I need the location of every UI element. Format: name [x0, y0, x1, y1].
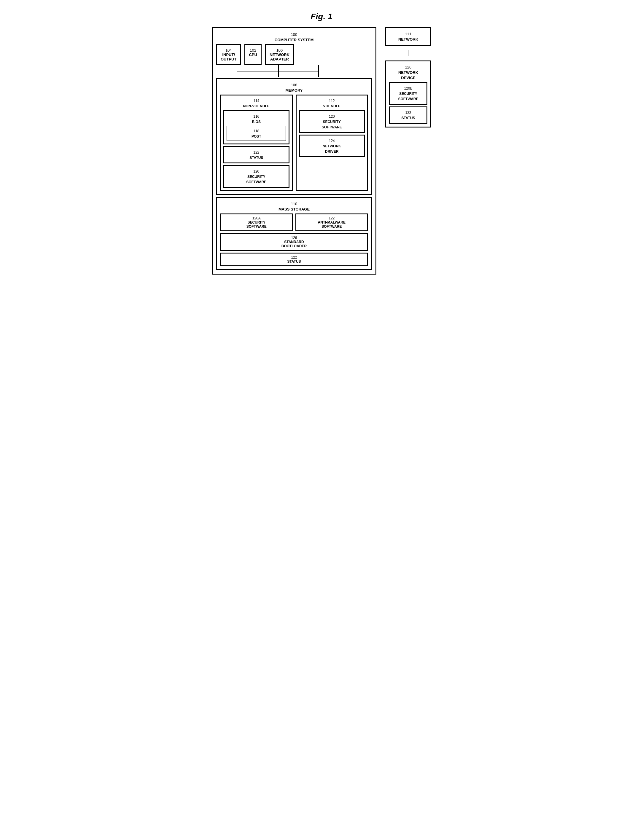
post-number: 118 [253, 129, 259, 133]
computer-system-name: COMPUTER SYSTEM [275, 38, 313, 42]
network-device-box: 126 NETWORKDEVICE 120B SECURITYSOFTWARE … [385, 60, 431, 127]
connector-lines-svg [216, 65, 372, 77]
bootloader-box: 126 STANDARDBOOTLOADER [220, 233, 368, 251]
memory-label: 108 MEMORY [220, 82, 368, 93]
network-driver-box: 124 NETWORKDRIVER [299, 135, 365, 157]
non-volatile-box: 114 NON-VOLATILE 116 BIOS 118 POST [220, 95, 293, 191]
bios-box: 116 BIOS 118 POST [224, 110, 289, 144]
mass-storage-box: 110 MASS STORAGE 120A SECURITYSOFTWARE 1… [216, 197, 372, 270]
non-volatile-name: NON-VOLATILE [243, 104, 269, 108]
v-security-number: 120 [329, 114, 335, 119]
nv-status-label: STATUS [250, 156, 263, 160]
mass-storage-row-2: 126 STANDARDBOOTLOADER [220, 233, 368, 251]
nd-status-number: 122 [405, 111, 411, 115]
mass-storage-label: 110 MASS STORAGE [220, 201, 368, 212]
v-security-label: SECURITYSOFTWARE [322, 120, 342, 129]
network-device-name: NETWORKDEVICE [398, 70, 418, 80]
network-driver-label: NETWORKDRIVER [323, 144, 341, 153]
computer-system-label: 100 COMPUTER SYSTEM [216, 32, 372, 42]
anti-malware-box: 122 ANTI-MALWARESOFTWARE [295, 214, 368, 231]
nv-security-label: SECURITYSOFTWARE [246, 175, 266, 184]
network-number: 111 [405, 32, 412, 36]
figure-title: Fig. 1 [212, 12, 431, 21]
cpu-box: 102 CPU [245, 44, 261, 65]
nd-security-number: 120B [404, 86, 412, 90]
top-components-row: 104 INPUT/OUTPUT 102 CPU 106 NETWORKADAP… [216, 44, 372, 65]
ms-security-number: 120A [252, 216, 261, 220]
nd-status-box: 122 STATUS [389, 106, 428, 124]
volatile-label: 112 VOLATILE [299, 98, 365, 109]
nd-status-label: STATUS [401, 116, 415, 120]
post-box: 118 POST [227, 126, 286, 141]
right-connector-svg [385, 50, 431, 56]
nv-status-box: 122 STATUS [224, 146, 289, 163]
non-volatile-label: 114 NON-VOLATILE [224, 98, 289, 109]
input-output-box: 104 INPUT/OUTPUT [216, 44, 241, 65]
network-adapter-label: NETWORKADAPTER [269, 52, 289, 61]
network-box: 111 NETWORK [385, 27, 431, 46]
nv-security-box: 120 SECURITYSOFTWARE [224, 165, 289, 188]
network-label: NETWORK [398, 37, 418, 41]
non-volatile-number: 114 [253, 99, 259, 103]
ms-security-label: SECURITYSOFTWARE [246, 220, 267, 228]
ms-status-label: STATUS [287, 259, 301, 264]
page: Fig. 1 100 COMPUTER SYSTEM 104 INPUT/OUT… [206, 6, 437, 281]
network-device-number: 126 [405, 65, 412, 69]
memory-number: 108 [291, 83, 297, 87]
io-label: INPUT/OUTPUT [221, 52, 237, 61]
mass-storage-row-1: 120A SECURITYSOFTWARE 122 ANTI-MALWARESO… [220, 214, 368, 231]
ms-security-box: 120A SECURITYSOFTWARE [220, 214, 293, 231]
volatile-number: 112 [329, 99, 335, 103]
memory-box: 108 MEMORY 114 NON-VOLATILE 116 BIOS [216, 78, 372, 195]
nv-security-number: 120 [253, 169, 259, 173]
nd-security-box: 120B SECURITYSOFTWARE [389, 82, 428, 105]
memory-inner: 114 NON-VOLATILE 116 BIOS 118 POST [220, 95, 368, 191]
mass-storage-number: 110 [291, 202, 297, 206]
volatile-box: 112 VOLATILE 120 SECURITYSOFTWARE 124 NE… [296, 95, 368, 191]
ms-status-number: 122 [291, 255, 297, 259]
nv-status-number: 122 [253, 150, 259, 155]
computer-system-number: 100 [291, 32, 297, 37]
mass-storage-name: MASS STORAGE [279, 207, 310, 211]
cpu-label: CPU [249, 52, 257, 57]
computer-system-box: 100 COMPUTER SYSTEM 104 INPUT/OUTPUT 102… [212, 27, 376, 274]
anti-malware-number: 122 [329, 216, 335, 220]
ms-status-box: 122 STATUS [220, 253, 368, 266]
network-device-label: 126 NETWORKDEVICE [389, 64, 428, 80]
cpu-number: 102 [250, 48, 256, 52]
bios-number: 116 [253, 114, 259, 119]
anti-malware-label: ANTI-MALWARESOFTWARE [318, 220, 346, 228]
io-number: 104 [225, 48, 232, 52]
network-adapter-box: 106 NETWORKADAPTER [265, 44, 294, 65]
bootloader-number: 126 [291, 236, 297, 240]
diagram: 100 COMPUTER SYSTEM 104 INPUT/OUTPUT 102… [212, 27, 431, 274]
network-driver-number: 124 [329, 139, 335, 143]
bootloader-label: STANDARDBOOTLOADER [281, 240, 307, 248]
memory-name: MEMORY [285, 88, 302, 93]
network-adapter-number: 106 [276, 48, 283, 52]
post-label: POST [251, 134, 261, 139]
bios-label: BIOS [252, 120, 261, 124]
right-panel: 111 NETWORK 126 NETWORKDEVICE 120B SECUR… [385, 27, 431, 127]
mass-storage-inner: 120A SECURITYSOFTWARE 122 ANTI-MALWARESO… [220, 214, 368, 266]
volatile-name: VOLATILE [323, 104, 341, 108]
v-security-box: 120 SECURITYSOFTWARE [299, 110, 365, 133]
nd-security-label: SECURITYSOFTWARE [398, 91, 418, 101]
mass-storage-row-3: 122 STATUS [220, 253, 368, 266]
